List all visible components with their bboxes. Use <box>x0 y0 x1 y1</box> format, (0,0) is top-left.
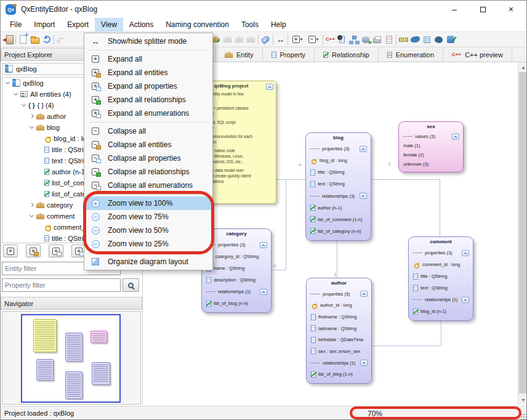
minimize-button[interactable]: – <box>440 1 469 18</box>
expand-entities-button[interactable] <box>26 244 41 257</box>
duplicate-entity-button[interactable] <box>233 33 245 46</box>
tree-collapse-chevron-icon[interactable] <box>5 80 11 86</box>
entity-row-blog-id-long[interactable]: blog_id : long <box>306 155 371 166</box>
entity-row-unknown-3[interactable]: unknown (3) <box>399 160 463 169</box>
tab-c-preview[interactable]: C++C++ preview <box>443 48 512 62</box>
entity-row-author-n-1[interactable]: author (n-1) <box>306 202 371 214</box>
menu-item-organize-diagram-layout[interactable]: Organize diagram layout <box>84 255 212 269</box>
edit-entity-button[interactable] <box>222 33 233 46</box>
section-collapse-button[interactable] <box>360 360 368 366</box>
menu-item-zoom-view-to-25[interactable]: Zoom view to 25% <box>84 237 212 251</box>
entity-row-list-of-blog-1-n[interactable]: list_of_blog (1-n) <box>307 368 371 380</box>
tag-button[interactable] <box>260 33 272 46</box>
cpp-export-button[interactable]: C++ <box>324 33 336 46</box>
entity-row-title-qstring[interactable]: title : QString <box>409 270 473 282</box>
section-collapse-button[interactable] <box>360 146 367 152</box>
ruler-button[interactable] <box>398 33 409 46</box>
expand-all-button[interactable]: ▾ <box>289 33 305 46</box>
section-collapse-button[interactable] <box>260 289 267 295</box>
maximize-button[interactable] <box>469 1 497 18</box>
menu-item-collapse-all[interactable]: Collapse all <box>84 124 212 138</box>
menu-item-collapse-all-enumerations[interactable]: Collapse all enumerations <box>84 179 212 192</box>
search-button[interactable] <box>123 278 139 292</box>
menu-item-expand-all-entities[interactable]: Expand all entities <box>84 66 212 79</box>
mysql-button[interactable] <box>409 33 421 46</box>
scroll-up-icon[interactable]: ▲ <box>518 62 527 72</box>
new-project-button[interactable] <box>17 33 29 46</box>
menu-item-expand-all-enumerations[interactable]: Expand all enumerations <box>84 107 212 120</box>
property-filter-input[interactable] <box>2 278 121 292</box>
section-collapse-button[interactable] <box>452 134 459 140</box>
entity-row-title-qstring[interactable]: title : QString <box>306 166 371 178</box>
tree-collapse-chevron-icon[interactable] <box>21 102 27 108</box>
tree-collapse-chevron-icon[interactable] <box>29 124 35 131</box>
menu-item-zoom-view-to-75[interactable]: Zoom view to 75% <box>84 210 212 224</box>
tree-collapse-chevron-icon[interactable] <box>13 91 19 97</box>
entity-row-birthdate-qdatetime[interactable]: birthdate : QDateTime <box>307 334 371 346</box>
menu-export[interactable]: Export <box>61 18 95 31</box>
properties-view-button[interactable] <box>336 33 348 46</box>
entity-row-author-id-long[interactable]: author_id : long <box>307 300 371 312</box>
scrollbar-thumb[interactable] <box>519 72 527 394</box>
tree-expand-chevron-icon[interactable] <box>29 113 35 119</box>
section-collapse-button[interactable] <box>462 297 469 303</box>
tab-relationship[interactable]: Relationship <box>315 48 379 62</box>
menu-view[interactable]: View <box>95 18 123 31</box>
sqlite-button[interactable] <box>421 33 433 46</box>
section-collapse-button[interactable] <box>360 193 367 199</box>
entity-card-sex[interactable]: sexvalues (3)male (1)female (2)unknown (… <box>398 121 464 172</box>
vertical-scrollbar[interactable]: ▲ ▼ <box>518 62 527 405</box>
entity-row-male-1[interactable]: male (1) <box>399 141 463 150</box>
entity-row-list-of-comment-1-n[interactable]: list_of_comment (1-n) <box>306 214 371 225</box>
entity-row-text-qstring[interactable]: text : QString <box>409 282 473 294</box>
mssql-button[interactable] <box>445 33 456 46</box>
menu-item-collapse-all-entities[interactable]: Collapse all entities <box>84 138 212 151</box>
expand-all-button[interactable] <box>3 244 18 257</box>
entity-card-author[interactable]: authorproperties (5)author_id : longfirs… <box>306 278 372 384</box>
menu-tools[interactable]: Tools <box>235 18 265 31</box>
section-collapse-button[interactable] <box>260 242 267 248</box>
resize-grip[interactable] <box>520 413 526 419</box>
menu-item-collapse-all-properties[interactable]: Collapse all properties <box>84 151 212 165</box>
menu-item-expand-all[interactable]: Expand all <box>84 52 212 66</box>
open-project-button[interactable] <box>29 33 41 46</box>
postgresql-button[interactable] <box>433 33 445 46</box>
menu-item-expand-all-properties[interactable]: Expand all properties <box>84 79 212 93</box>
note-collapse-button[interactable] <box>266 84 273 90</box>
print-button[interactable] <box>371 33 383 46</box>
database-export-button[interactable] <box>360 33 371 46</box>
entity-row-sex-sex-enum-sex[interactable]: sex : sex::enum_sex <box>307 345 371 357</box>
close-project-button[interactable] <box>2 33 14 46</box>
entity-row-list-of-blog-n-n[interactable]: list_of_blog (n-n) <box>202 297 271 309</box>
tab-entity[interactable]: Entity <box>215 48 263 62</box>
entity-row-lastname-qstring[interactable]: lastname : QString <box>307 323 371 334</box>
entity-row-text-qstring[interactable]: text : QString <box>306 178 371 190</box>
entity-row-female-2[interactable]: female (2) <box>399 150 463 160</box>
entity-row-blog-id-n-1[interactable]: blog_id (n-1) <box>409 305 473 317</box>
entity-row-list-of-category-n-n[interactable]: list_of_category (n-n) <box>306 225 371 237</box>
refresh-button[interactable] <box>41 33 52 46</box>
menu-import[interactable]: Import <box>28 18 61 31</box>
menu-item-collapse-all-relationships[interactable]: Collapse all relationships <box>84 165 212 179</box>
section-collapse-button[interactable] <box>360 291 368 297</box>
close-button[interactable]: × <box>497 1 525 18</box>
menu-item-show-hide-splitter-mode[interactable]: ↔Show/hide splitter mode <box>84 34 212 48</box>
menu-help[interactable]: Help <box>265 18 292 31</box>
tab-enumeration[interactable]: Enumeration <box>379 48 443 62</box>
entity-row-comment-id-long[interactable]: comment_id : long <box>409 259 473 270</box>
undo-button[interactable] <box>55 33 67 46</box>
collapse-all-button[interactable]: ▾ <box>305 33 321 46</box>
report-button[interactable] <box>383 33 395 46</box>
delete-entity-button[interactable] <box>245 33 257 46</box>
tab-property[interactable]: Property <box>263 48 315 62</box>
menu-item-zoom-view-to-50[interactable]: Zoom view to 50% <box>84 224 212 237</box>
entity-row-description-qstring[interactable]: description : QString <box>202 274 271 286</box>
section-collapse-button[interactable] <box>462 250 469 256</box>
entity-row-firstname-qstring[interactable]: firstname : QString <box>307 311 371 323</box>
scroll-down-icon[interactable]: ▼ <box>518 395 527 405</box>
menu-item-zoom-view-to-100[interactable]: Zoom view to 100% <box>84 196 212 210</box>
entity-card-comment[interactable]: commentproperties (3)comment_id : longti… <box>408 236 473 321</box>
navigator-viewport[interactable] <box>21 314 121 403</box>
tree-expand-chevron-icon[interactable] <box>29 202 35 208</box>
relationships-view-button[interactable] <box>348 33 360 46</box>
